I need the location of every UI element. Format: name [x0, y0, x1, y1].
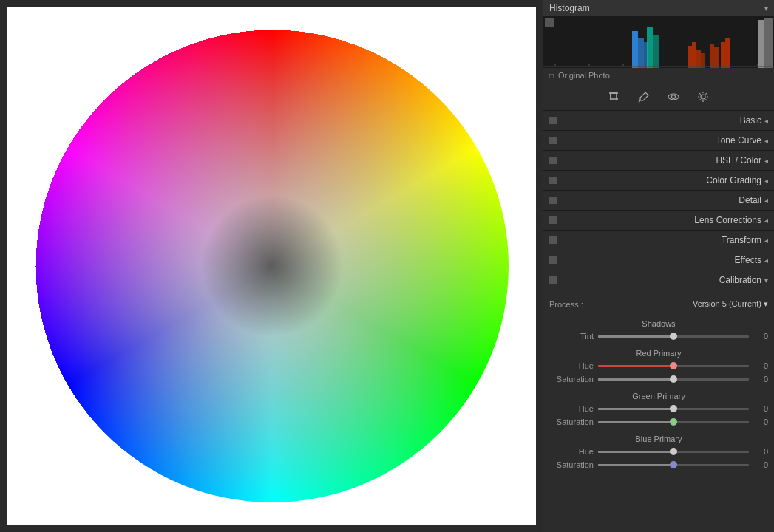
blue-primary-hue-track[interactable] — [598, 451, 749, 453]
svg-rect-16 — [758, 20, 764, 68]
red-primary-hue-label: Hue — [549, 361, 594, 370]
green-primary-saturation-track[interactable] — [598, 421, 749, 423]
red-primary-hue-value: 0 — [753, 361, 768, 370]
effects-section-header[interactable]: Effects ◂ — [543, 250, 774, 270]
green-primary-saturation-label: Saturation — [549, 417, 594, 426]
svg-point-27 — [701, 95, 705, 99]
svg-rect-13 — [714, 47, 719, 68]
transform-section-header[interactable]: Transform ◂ — [543, 231, 774, 250]
blue-primary-title: Blue Primary — [543, 432, 774, 445]
histogram-controls: □ Original Photo — [543, 68, 774, 83]
red-primary-hue-track[interactable] — [598, 365, 749, 367]
svg-rect-4 — [638, 38, 644, 68]
effects-section-arrow: ◂ — [764, 256, 768, 265]
lens-corrections-section: Lens Corrections ◂ — [543, 211, 774, 231]
histogram-section: Histogram ▾ — [543, 0, 774, 83]
basic-section-arrow: ◂ — [764, 117, 768, 125]
calibration-section-icon — [549, 276, 557, 284]
red-primary-subsection: Red Primary Hue 0 Saturation 0 — [543, 346, 774, 386]
color-grading-section-header[interactable]: Color Grading ◂ — [543, 171, 774, 190]
histogram-display — [543, 16, 774, 68]
basic-section-icon — [549, 117, 557, 124]
histogram-header: Histogram ▾ — [543, 0, 774, 16]
histogram-svg — [543, 16, 774, 68]
green-primary-hue-row: Hue 0 — [543, 402, 774, 415]
hsl-section-header[interactable]: HSL / Color ◂ — [543, 151, 774, 170]
green-primary-hue-track[interactable] — [598, 408, 749, 410]
shadows-tint-value: 0 — [753, 332, 768, 341]
red-primary-title: Red Primary — [543, 346, 774, 359]
blue-primary-saturation-track[interactable] — [598, 464, 749, 466]
blue-primary-saturation-value: 0 — [753, 460, 768, 469]
svg-rect-1 — [545, 18, 554, 27]
transform-section-label: Transform — [561, 235, 761, 245]
process-value[interactable]: Version 5 (Current) ▾ — [693, 299, 768, 309]
settings-icon[interactable] — [696, 89, 710, 104]
shadows-title: Shadows — [543, 316, 774, 330]
detail-section-label: Detail — [561, 195, 761, 205]
lens-corrections-section-arrow: ◂ — [764, 216, 768, 225]
red-primary-saturation-thumb[interactable] — [670, 375, 677, 383]
red-primary-saturation-value: 0 — [753, 375, 768, 383]
blue-primary-hue-value: 0 — [753, 447, 768, 456]
green-primary-hue-thumb[interactable] — [670, 405, 677, 412]
shadows-tint-thumb[interactable] — [670, 332, 677, 340]
blue-primary-saturation-label: Saturation — [549, 460, 594, 469]
red-primary-saturation-row: Saturation 0 — [543, 372, 774, 386]
basic-section-header[interactable]: Basic ◂ — [543, 111, 774, 130]
checkbox-icon: □ — [549, 72, 554, 80]
hsl-section-arrow: ◂ — [764, 157, 768, 165]
calibration-section-arrow: ▾ — [764, 276, 768, 284]
brush-icon[interactable] — [636, 89, 651, 104]
red-primary-hue-row: Hue 0 — [543, 359, 774, 372]
effects-section-icon — [549, 256, 557, 264]
hsl-section-icon — [549, 157, 557, 164]
tone-curve-section-arrow: ◂ — [764, 137, 768, 145]
tone-curve-section-icon — [549, 137, 557, 144]
calibration-section-header[interactable]: Calibration ▾ — [543, 270, 774, 290]
red-primary-hue-thumb[interactable] — [670, 362, 677, 369]
green-primary-title: Green Primary — [543, 389, 774, 402]
histogram-title: Histogram — [549, 3, 590, 13]
calibration-section: Calibration ▾ Process : Version 5 (Curre… — [543, 270, 774, 480]
tone-curve-section-header[interactable]: Tone Curve ◂ — [543, 131, 774, 150]
shadows-tint-track[interactable] — [598, 335, 749, 338]
svg-rect-15 — [725, 38, 730, 68]
transform-section: Transform ◂ — [543, 231, 774, 250]
lens-corrections-section-header[interactable]: Lens Corrections ◂ — [543, 211, 774, 230]
lens-corrections-section-icon — [549, 216, 557, 224]
canvas-inner — [7, 7, 536, 525]
blue-primary-saturation-row: Saturation 0 — [543, 458, 774, 471]
calibration-content: Process : Version 5 (Current) ▾ Shadows … — [543, 290, 774, 480]
lens-corrections-section-label: Lens Corrections — [561, 215, 761, 225]
calibration-section-label: Calibration — [561, 275, 761, 285]
svg-rect-8 — [688, 46, 692, 68]
blue-primary-hue-thumb[interactable] — [670, 448, 677, 455]
blue-primary-hue-row: Hue 0 — [543, 445, 774, 458]
detail-section-icon — [549, 197, 557, 204]
detail-section: Detail ◂ — [543, 191, 774, 211]
effects-section: Effects ◂ — [543, 250, 774, 270]
svg-rect-11 — [701, 53, 705, 68]
color-grading-section-icon — [549, 177, 557, 184]
svg-point-26 — [672, 95, 676, 99]
color-grading-section-arrow: ◂ — [764, 177, 768, 185]
green-primary-saturation-row: Saturation 0 — [543, 415, 774, 429]
tool-icons-row — [543, 83, 774, 111]
process-label: Process : — [549, 300, 594, 309]
red-primary-saturation-track[interactable] — [598, 378, 749, 381]
green-primary-saturation-thumb[interactable] — [670, 418, 677, 426]
tone-curve-section: Tone Curve ◂ — [543, 131, 774, 151]
transform-section-icon — [549, 236, 557, 244]
red-primary-saturation-label: Saturation — [549, 375, 594, 383]
basic-section: Basic ◂ — [543, 111, 774, 131]
crop-icon[interactable] — [607, 89, 622, 104]
blue-primary-hue-label: Hue — [549, 447, 594, 456]
eye-icon[interactable] — [666, 89, 681, 104]
detail-section-header[interactable]: Detail ◂ — [543, 191, 774, 210]
green-primary-hue-value: 0 — [753, 404, 768, 413]
process-row: Process : Version 5 (Current) ▾ — [543, 296, 774, 312]
svg-rect-10 — [696, 50, 701, 68]
detail-section-arrow: ◂ — [764, 197, 768, 205]
blue-primary-saturation-thumb[interactable] — [670, 461, 677, 468]
